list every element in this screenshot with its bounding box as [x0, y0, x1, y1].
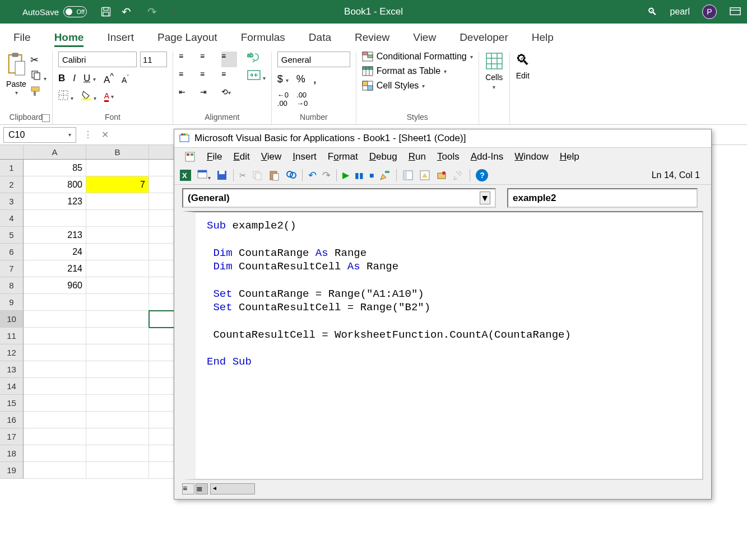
row-header[interactable]: 18	[0, 445, 24, 462]
cell[interactable]	[24, 361, 86, 378]
paste-button[interactable]: Paste ▾	[6, 52, 27, 113]
cell[interactable]	[86, 210, 149, 227]
cell[interactable]	[24, 412, 86, 428]
format-painter-icon[interactable]	[30, 86, 47, 99]
cell[interactable]	[86, 328, 149, 344]
tab-formulas[interactable]: Formulas	[241, 31, 285, 44]
cell[interactable]: 85	[24, 160, 86, 176]
tab-review[interactable]: Review	[355, 31, 389, 44]
row-header[interactable]: 8	[0, 277, 24, 294]
align-right-icon[interactable]: ≡	[221, 69, 237, 85]
autosave-toggle[interactable]: AutoSave Off	[22, 6, 87, 17]
vba-menu-debug[interactable]: Debug	[369, 151, 397, 162]
name-box[interactable]: C10▾	[3, 127, 76, 143]
currency-icon[interactable]: $ ▾	[277, 73, 289, 85]
search-icon[interactable]: 🔍︎	[647, 6, 657, 18]
row-header[interactable]: 3	[0, 193, 24, 210]
font-color-icon[interactable]: A ▾	[104, 91, 114, 100]
vba-menu-format[interactable]: Format	[328, 151, 358, 162]
increase-font-icon[interactable]: A^	[104, 72, 114, 86]
row-header[interactable]: 13	[0, 361, 24, 378]
align-left-icon[interactable]: ≡	[179, 69, 194, 85]
save-icon[interactable]	[216, 170, 228, 181]
cell[interactable]	[86, 428, 149, 445]
cell[interactable]	[24, 311, 86, 328]
tab-page-layout[interactable]: Page Layout	[157, 31, 217, 44]
col-header-B[interactable]: B	[86, 145, 149, 160]
align-middle-icon[interactable]: ≡	[200, 52, 216, 67]
number-format-select[interactable]	[277, 52, 350, 67]
cell[interactable]	[86, 227, 149, 244]
borders-icon[interactable]: ▾	[58, 90, 73, 102]
cell[interactable]	[24, 344, 86, 361]
cell-styles-button[interactable]: Cell Styles ▾	[362, 81, 473, 91]
cut-icon[interactable]: ✂	[239, 171, 246, 180]
pause-icon[interactable]: ▮▮	[355, 171, 364, 180]
find-icon[interactable]	[285, 170, 296, 181]
cell[interactable]	[86, 277, 149, 294]
comma-icon[interactable]: ,	[313, 72, 317, 86]
row-header[interactable]: 7	[0, 260, 24, 277]
cell[interactable]	[24, 378, 86, 395]
decrease-decimal-icon[interactable]: .00→0	[296, 91, 308, 108]
undo-icon[interactable]: ↶	[308, 169, 317, 181]
cell[interactable]	[24, 395, 86, 412]
cut-icon[interactable]: ✂	[30, 54, 47, 66]
horizontal-scrollbar[interactable]	[210, 483, 255, 494]
cell[interactable]	[86, 395, 149, 412]
format-as-table-button[interactable]: Format as Table ▾	[362, 66, 473, 76]
qat-customize-icon[interactable]: ▾	[173, 8, 176, 16]
cell[interactable]	[86, 412, 149, 428]
copy-icon[interactable]: ▾	[30, 69, 47, 82]
underline-button[interactable]: U ▾	[83, 73, 96, 84]
cell[interactable]	[86, 294, 149, 311]
tab-file[interactable]: File	[13, 31, 31, 44]
row-header[interactable]: 15	[0, 395, 24, 412]
tab-data[interactable]: Data	[309, 31, 331, 44]
decrease-font-icon[interactable]: Aˇ	[122, 73, 129, 85]
row-header[interactable]: 4	[0, 210, 24, 227]
row-header[interactable]: 19	[0, 462, 24, 479]
vba-menu-edit[interactable]: Edit	[233, 151, 249, 162]
orientation-icon[interactable]: ⟲▾	[221, 87, 237, 103]
cell[interactable]: 960	[24, 277, 86, 294]
cell[interactable]: 213	[24, 227, 86, 244]
conditional-formatting-button[interactable]: Conditional Formatting ▾	[362, 52, 473, 62]
cancel-icon[interactable]: ✕	[96, 129, 113, 140]
editing-button[interactable]: 🔍︎ Edit	[516, 52, 530, 80]
align-center-icon[interactable]: ≡	[200, 69, 216, 85]
stop-icon[interactable]: ■	[369, 171, 374, 180]
cell[interactable]	[24, 210, 86, 227]
cell[interactable]	[24, 328, 86, 344]
cell[interactable]	[24, 428, 86, 445]
clipboard-dialog-launcher[interactable]	[42, 114, 50, 122]
cell[interactable]	[86, 361, 149, 378]
tab-home[interactable]: Home	[54, 31, 84, 44]
row-header[interactable]: 17	[0, 428, 24, 445]
paste-icon[interactable]	[268, 170, 280, 181]
tab-developer[interactable]: Developer	[460, 31, 508, 44]
help-icon[interactable]: ?	[476, 169, 488, 181]
cell[interactable]	[86, 244, 149, 260]
vba-menu-tools[interactable]: Tools	[437, 151, 460, 162]
italic-button[interactable]: I	[73, 73, 76, 84]
tab-help[interactable]: Help	[532, 31, 554, 44]
vba-menu-addins[interactable]: Add-Ins	[471, 151, 504, 162]
tab-insert[interactable]: Insert	[107, 31, 134, 44]
undo-icon[interactable]: ↶ ▾	[122, 5, 137, 18]
row-header[interactable]: 12	[0, 344, 24, 361]
properties-icon[interactable]	[419, 170, 430, 181]
row-header[interactable]: 2	[0, 176, 24, 193]
vba-title-bar[interactable]: Microsoft Visual Basic for Applications …	[174, 129, 711, 148]
autosave-switch[interactable]: Off	[63, 6, 87, 17]
design-mode-icon[interactable]	[379, 170, 391, 181]
align-top-icon[interactable]: ≡	[179, 52, 194, 67]
cell[interactable]	[86, 445, 149, 462]
tab-view[interactable]: View	[413, 31, 436, 44]
font-name-select[interactable]	[58, 52, 137, 67]
run-icon[interactable]: ▶	[342, 170, 349, 180]
cell[interactable]	[24, 462, 86, 479]
vba-code-pane[interactable]: Sub example2() Dim CountaRange As Range …	[182, 211, 703, 480]
cell[interactable]	[86, 462, 149, 479]
align-bottom-icon[interactable]: ≡	[221, 52, 237, 67]
